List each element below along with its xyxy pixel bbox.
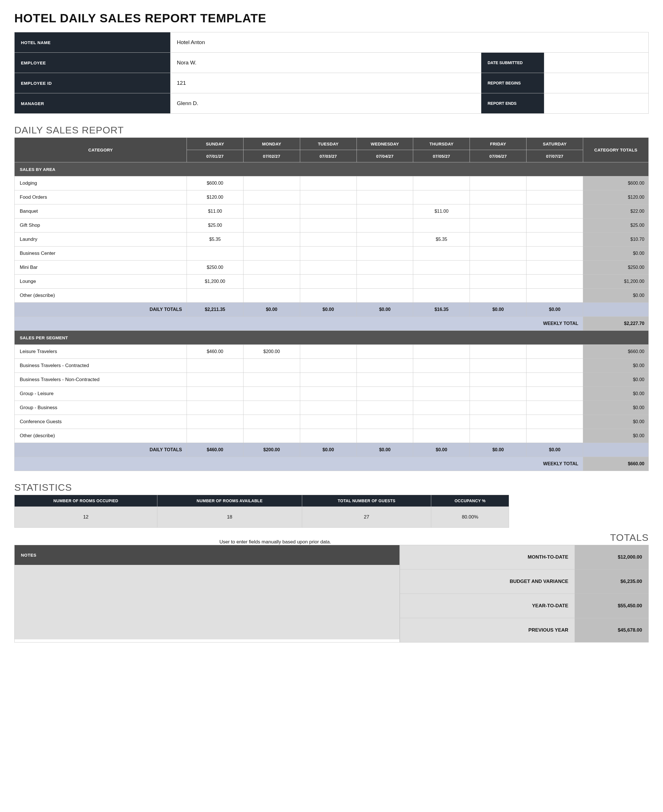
data-cell[interactable] [470, 275, 527, 288]
data-cell[interactable] [470, 415, 527, 429]
value-employee-id[interactable]: 121 [171, 73, 481, 93]
data-cell[interactable] [413, 288, 470, 303]
data-cell[interactable] [527, 288, 583, 303]
data-cell[interactable] [187, 387, 243, 401]
data-cell[interactable] [300, 401, 357, 415]
data-cell[interactable] [243, 359, 300, 373]
data-cell[interactable]: $600.00 [187, 177, 243, 190]
stats-value-2[interactable]: 27 [302, 507, 431, 528]
data-cell[interactable] [300, 204, 357, 219]
data-cell[interactable] [300, 288, 357, 303]
data-cell[interactable] [527, 401, 583, 415]
data-cell[interactable]: $5.35 [187, 232, 243, 246]
data-cell[interactable] [243, 232, 300, 246]
data-cell[interactable]: $11.00 [413, 204, 470, 219]
data-cell[interactable] [187, 373, 243, 387]
data-cell[interactable] [527, 275, 583, 288]
data-cell[interactable] [300, 373, 357, 387]
data-cell[interactable] [413, 401, 470, 415]
data-cell[interactable] [243, 288, 300, 303]
data-cell[interactable]: $200.00 [243, 345, 300, 359]
data-cell[interactable] [470, 204, 527, 219]
data-cell[interactable] [187, 246, 243, 261]
data-cell[interactable] [243, 261, 300, 275]
data-cell[interactable] [527, 345, 583, 359]
data-cell[interactable] [413, 387, 470, 401]
data-cell[interactable] [243, 373, 300, 387]
stats-value-0[interactable]: 12 [15, 507, 157, 528]
value-date-submitted[interactable] [544, 53, 649, 73]
data-cell[interactable]: $120.00 [187, 190, 243, 204]
stats-value-3[interactable]: 80.00% [431, 507, 509, 528]
data-cell[interactable] [187, 429, 243, 443]
data-cell[interactable] [470, 288, 527, 303]
data-cell[interactable] [470, 261, 527, 275]
data-cell[interactable] [413, 359, 470, 373]
data-cell[interactable] [300, 177, 357, 190]
value-hotel-name[interactable]: Hotel Anton [171, 32, 649, 53]
data-cell[interactable] [357, 204, 413, 219]
data-cell[interactable] [243, 190, 300, 204]
data-cell[interactable] [357, 345, 413, 359]
data-cell[interactable] [413, 429, 470, 443]
value-report-ends[interactable] [544, 93, 649, 113]
data-cell[interactable] [357, 246, 413, 261]
value-employee[interactable]: Nora W. [171, 53, 481, 73]
data-cell[interactable] [243, 219, 300, 232]
data-cell[interactable] [357, 401, 413, 415]
data-cell[interactable] [527, 246, 583, 261]
data-cell[interactable] [357, 232, 413, 246]
data-cell[interactable] [300, 387, 357, 401]
value-manager[interactable]: Glenn D. [171, 93, 481, 113]
data-cell[interactable] [187, 288, 243, 303]
data-cell[interactable] [300, 190, 357, 204]
data-cell[interactable] [357, 415, 413, 429]
data-cell[interactable] [243, 275, 300, 288]
data-cell[interactable] [527, 415, 583, 429]
data-cell[interactable] [470, 232, 527, 246]
data-cell[interactable] [187, 359, 243, 373]
data-cell[interactable] [470, 373, 527, 387]
data-cell[interactable] [470, 246, 527, 261]
data-cell[interactable] [243, 387, 300, 401]
stats-value-1[interactable]: 18 [157, 507, 302, 528]
data-cell[interactable] [413, 261, 470, 275]
data-cell[interactable] [470, 219, 527, 232]
data-cell[interactable] [470, 387, 527, 401]
data-cell[interactable] [527, 232, 583, 246]
data-cell[interactable] [357, 219, 413, 232]
data-cell[interactable] [470, 401, 527, 415]
data-cell[interactable] [300, 415, 357, 429]
data-cell[interactable] [243, 401, 300, 415]
data-cell[interactable] [300, 429, 357, 443]
data-cell[interactable] [300, 232, 357, 246]
data-cell[interactable] [470, 177, 527, 190]
data-cell[interactable] [357, 387, 413, 401]
value-report-begins[interactable] [544, 73, 649, 93]
data-cell[interactable] [357, 177, 413, 190]
data-cell[interactable] [413, 415, 470, 429]
data-cell[interactable] [527, 219, 583, 232]
data-cell[interactable] [243, 246, 300, 261]
data-cell[interactable] [243, 204, 300, 219]
data-cell[interactable] [527, 387, 583, 401]
data-cell[interactable] [243, 177, 300, 190]
data-cell[interactable]: $5.35 [413, 232, 470, 246]
data-cell[interactable] [357, 373, 413, 387]
data-cell[interactable] [413, 373, 470, 387]
data-cell[interactable] [300, 219, 357, 232]
data-cell[interactable] [357, 261, 413, 275]
data-cell[interactable] [470, 190, 527, 204]
data-cell[interactable] [470, 345, 527, 359]
data-cell[interactable] [413, 345, 470, 359]
data-cell[interactable] [413, 275, 470, 288]
data-cell[interactable] [527, 429, 583, 443]
notes-body[interactable] [15, 565, 399, 639]
data-cell[interactable] [357, 429, 413, 443]
data-cell[interactable] [357, 359, 413, 373]
data-cell[interactable] [187, 401, 243, 415]
data-cell[interactable]: $460.00 [187, 345, 243, 359]
data-cell[interactable] [187, 415, 243, 429]
data-cell[interactable] [243, 415, 300, 429]
data-cell[interactable]: $250.00 [187, 261, 243, 275]
